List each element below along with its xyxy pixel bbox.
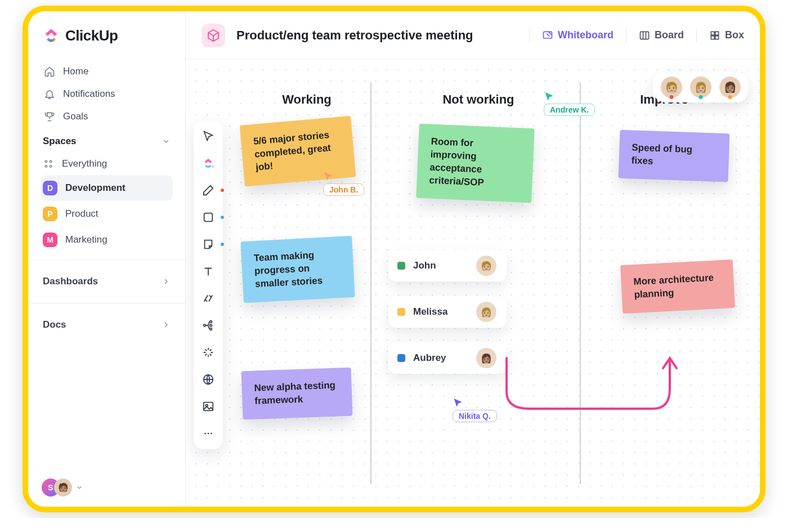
tool-pointer[interactable] [200,128,216,144]
nav-notifications[interactable]: Notifications [41,83,173,105]
square-icon [202,211,214,223]
space-everything[interactable]: Everything [41,153,173,175]
svg-rect-11 [204,213,213,222]
user-menu[interactable]: S 🧑🏽 [41,479,173,497]
space-development[interactable]: D Development [41,175,173,201]
status-square [397,354,405,362]
column-notworking-header: Not working [428,92,529,107]
tool-pen[interactable] [200,182,216,198]
bell-icon [44,88,55,100]
pen-icon [202,184,214,196]
connector-arrow[interactable] [501,347,681,426]
space-everything-label: Everything [62,158,107,169]
cursor-label: Nikita Q. [453,410,497,422]
tool-mindmap[interactable] [200,318,216,333]
space-product[interactable]: P Product [41,201,173,227]
svg-point-12 [204,324,206,327]
presence-indicators[interactable]: 🧑🏼 👩🏼 👩🏽 [653,72,749,102]
svg-point-2 [45,166,47,167]
avatar: 👩🏽 [476,348,496,368]
space-marketing-badge: M [43,233,57,247]
svg-point-1 [50,160,52,162]
main: Product/eng team retrospective meeting W… [186,11,760,507]
clickup-logo-icon [43,28,60,44]
chip-label: Aubrey [413,352,446,364]
svg-rect-8 [711,35,714,39]
sticky-note[interactable]: Room for improving acceptance criteria/S… [416,124,535,203]
brand-name: ClickUp [65,27,118,44]
tool-text[interactable] [200,263,216,279]
tool-sticky[interactable] [200,236,216,252]
mindmap-icon [202,319,214,332]
status-square [397,262,405,270]
view-whiteboard[interactable]: Whiteboard [542,29,614,41]
cube-icon [207,29,220,42]
sticky-note[interactable]: Team making progress on smaller stories [240,236,355,303]
cursor-icon [544,91,555,102]
divider [28,303,185,303]
avatar: 🧑🏼 [476,256,496,276]
tool-image[interactable] [200,399,216,414]
user-chip-john[interactable]: John 🧑🏼 [388,250,507,281]
connector-icon [202,292,214,305]
sticky-text: More architecture planning [633,272,714,300]
globe-icon [202,373,214,386]
remote-cursor-john: John B. [323,171,364,196]
sticky-note[interactable]: More architecture planning [620,260,735,314]
view-whiteboard-label: Whiteboard [558,29,614,41]
clickup-plus-icon: + [202,157,214,169]
dashboards-row[interactable]: Dashboards [41,267,173,296]
tool-web[interactable] [200,372,216,387]
nav-home-label: Home [63,66,88,77]
space-development-badge: D [43,181,57,195]
topbar: Product/eng team retrospective meeting W… [186,11,760,60]
separator [696,28,697,43]
trophy-icon [44,111,55,122]
tool-connector[interactable] [200,290,216,306]
svg-rect-6 [711,32,714,35]
view-board[interactable]: Board [639,29,684,41]
sticky-text: 5/6 major stories completed, great job! [253,129,331,172]
sidebar: ClickUp Home Notifications Goals Spaces … [28,11,186,507]
presence-avatar: 👩🏽 [719,77,741,98]
svg-point-13 [210,321,212,323]
whiteboard-canvas[interactable]: 🧑🏼 👩🏼 👩🏽 + Working Not [186,60,760,507]
brand[interactable]: ClickUp [41,27,173,44]
docs-row[interactable]: Docs [41,310,173,339]
sticky-text: Speed of bug fixes [631,142,692,166]
sticky-note[interactable]: Speed of bug fixes [619,130,730,182]
cursor-icon [323,171,334,182]
tool-more[interactable] [200,426,216,441]
home-icon [44,66,55,77]
tool-clickup[interactable]: + [200,155,216,171]
column-working-header: Working [265,92,349,107]
nav-home[interactable]: Home [41,60,173,83]
box-icon [709,30,720,41]
board-icon [639,30,650,41]
tool-ai[interactable] [200,345,216,360]
user-chip-melissa[interactable]: Melissa 👩🏼 [388,296,507,328]
separator [529,28,530,43]
tool-shape[interactable] [200,209,216,225]
svg-rect-17 [204,403,213,411]
svg-point-19 [204,433,206,435]
separator [626,28,626,43]
user-chip-aubrey[interactable]: Aubrey 👩🏽 [388,342,507,374]
spaces-header[interactable]: Spaces [41,128,173,153]
avatar: 👩🏼 [476,302,496,322]
spaces-label: Spaces [43,136,77,147]
sticky-note[interactable]: New alpha testing framework [241,368,353,420]
nav-goals-label: Goals [63,111,88,122]
pointer-icon [202,130,214,142]
cursor-icon [453,397,464,409]
nav-goals[interactable]: Goals [41,105,173,128]
chip-label: Melissa [413,306,447,318]
svg-point-3 [50,166,52,167]
space-marketing[interactable]: M Marketing [41,227,173,253]
cursor-label: John B. [323,184,364,196]
remote-cursor-andrew: Andrew K. [544,91,595,116]
view-box[interactable]: Box [709,29,744,41]
space-development-label: Development [65,182,126,194]
nav-notifications-label: Notifications [63,88,115,100]
svg-point-14 [210,324,212,327]
